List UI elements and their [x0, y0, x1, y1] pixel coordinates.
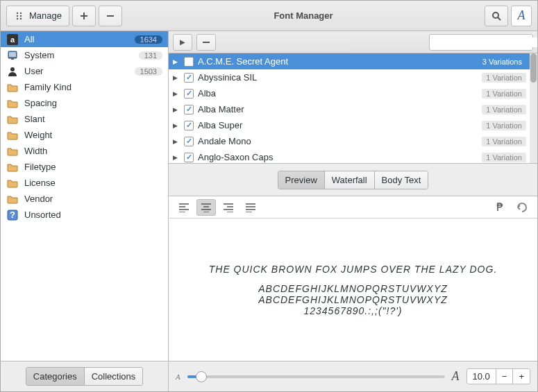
- font-list-scrollbar-thumb[interactable]: [530, 53, 537, 83]
- font-checkbox[interactable]: ✓: [184, 121, 194, 130]
- size-value[interactable]: 10.0: [467, 369, 496, 384]
- category-row-width[interactable]: Width: [1, 143, 168, 159]
- category-row-filetype[interactable]: Filetype: [1, 159, 168, 175]
- undo-button[interactable]: [512, 199, 532, 216]
- font-variations-badge: 1 Variation: [482, 73, 526, 83]
- expand-triangle[interactable]: ▶: [173, 74, 180, 81]
- folder-icon: [6, 98, 19, 109]
- category-row-system[interactable]: System131: [1, 47, 168, 63]
- tab-bodytext[interactable]: Body Text: [375, 171, 428, 189]
- font-variations-badge: 3 Variations: [478, 57, 526, 67]
- preview-lowercase: ABCDEFGHIJKLMNOPQRSTUVWXYZ: [258, 294, 448, 305]
- font-search-input[interactable]: [437, 37, 538, 47]
- expand-triangle[interactable]: ▶: [173, 58, 180, 65]
- font-checkbox[interactable]: ✓: [184, 105, 194, 114]
- tab-collections[interactable]: Collections: [85, 368, 143, 385]
- font-a-icon: A: [518, 8, 526, 23]
- help-icon: ?: [6, 210, 19, 221]
- search-toggle-button[interactable]: [485, 6, 508, 26]
- handle-icon: [14, 10, 25, 22]
- font-row[interactable]: ▶✓Abyssinica SIL1 Variation: [169, 69, 537, 85]
- font-checkbox[interactable]: ✓: [184, 73, 194, 83]
- manage-button[interactable]: Manage: [6, 6, 69, 26]
- category-row-unsorted[interactable]: ?Unsorted: [1, 207, 168, 223]
- font-checkbox[interactable]: ✓: [184, 89, 194, 99]
- font-name: A.C.M.E. Secret Agent: [198, 56, 288, 67]
- preview-toolbar: ₱: [169, 196, 537, 219]
- tab-preview[interactable]: Preview: [278, 171, 325, 189]
- align-center-icon: [201, 203, 212, 212]
- category-row-spacing[interactable]: Spacing: [1, 95, 168, 111]
- expand-triangle[interactable]: ▶: [173, 122, 180, 129]
- size-small-label: A: [176, 373, 180, 381]
- align-right-icon: [223, 203, 234, 212]
- font-row[interactable]: ▶✓Anglo-Saxon Caps1 Variation: [169, 149, 537, 163]
- align-center-button[interactable]: [196, 199, 216, 216]
- expand-triangle[interactable]: ▶: [173, 154, 180, 161]
- expand-button[interactable]: ▶: [173, 34, 192, 51]
- category-row-family-kind[interactable]: Family Kind: [1, 79, 168, 95]
- category-label: Spacing: [24, 98, 57, 108]
- tab-waterfall[interactable]: Waterfall: [325, 171, 375, 189]
- font-variations-badge: 1 Variation: [482, 137, 526, 146]
- expand-triangle[interactable]: ▶: [173, 138, 180, 145]
- svg-point-4: [20, 15, 22, 16]
- chevron-right-icon: ▶: [180, 38, 185, 46]
- svg-point-2: [17, 17, 18, 19]
- category-row-all[interactable]: aAll1634: [1, 31, 168, 47]
- font-row[interactable]: ▶✓Alba Matter1 Variation: [169, 101, 537, 117]
- pilcrow-icon: ₱: [496, 201, 503, 214]
- svg-point-1: [17, 15, 18, 16]
- font-checkbox[interactable]: ✓: [184, 57, 194, 67]
- expand-triangle[interactable]: ▶: [173, 106, 180, 113]
- font-icon-button[interactable]: A: [511, 6, 532, 26]
- category-row-user[interactable]: User1503: [1, 63, 168, 79]
- category-label: Filetype: [24, 162, 56, 172]
- font-list-toolbar: ▶: [169, 31, 537, 53]
- tab-categories[interactable]: Categories: [26, 368, 85, 385]
- folder-icon: [6, 194, 19, 205]
- direction-button[interactable]: ₱: [490, 199, 510, 216]
- font-checkbox[interactable]: ✓: [184, 153, 194, 162]
- font-name: Alba: [198, 88, 216, 99]
- size-footer: A A 10.0 − +: [169, 361, 537, 391]
- font-row[interactable]: ▶✓Andale Mono1 Variation: [169, 133, 537, 149]
- category-list[interactable]: aAll1634System131User1503Family KindSpac…: [1, 31, 168, 361]
- size-increase[interactable]: +: [512, 369, 530, 384]
- font-variations-badge: 1 Variation: [482, 89, 526, 99]
- align-justify-button[interactable]: [241, 199, 260, 216]
- add-button[interactable]: [72, 6, 96, 26]
- font-search-field[interactable]: [429, 34, 533, 51]
- svg-point-0: [17, 12, 18, 13]
- category-row-weight[interactable]: Weight: [1, 127, 168, 143]
- font-name: Alba Matter: [198, 104, 244, 114]
- size-slider[interactable]: [187, 375, 445, 378]
- undo-icon: [516, 203, 528, 212]
- category-label: User: [24, 66, 43, 76]
- preview-uppercase: ABCDEFGHIJKLMNOPQRSTUVWXYZ: [258, 283, 448, 294]
- font-row[interactable]: ▶✓Alba Super1 Variation: [169, 117, 537, 133]
- category-row-vendor[interactable]: Vendor: [1, 191, 168, 207]
- font-checkbox[interactable]: ✓: [184, 137, 194, 146]
- search-icon: [491, 10, 502, 22]
- category-row-license[interactable]: License: [1, 175, 168, 191]
- font-name: Alba Super: [198, 120, 242, 130]
- font-row[interactable]: ▶✓Alba1 Variation: [169, 85, 537, 101]
- remove-button[interactable]: [99, 6, 122, 26]
- category-row-slant[interactable]: Slant: [1, 111, 168, 127]
- expand-triangle[interactable]: ▶: [173, 90, 180, 97]
- align-right-button[interactable]: [219, 199, 238, 216]
- size-slider-thumb[interactable]: [196, 371, 207, 382]
- font-row[interactable]: ▶✓A.C.M.E. Secret Agent3 Variations: [169, 53, 537, 69]
- sidebar-tab-switcher[interactable]: Categories Collections: [26, 367, 143, 386]
- category-label: Width: [24, 146, 47, 156]
- font-list[interactable]: ▶✓A.C.M.E. Secret Agent3 Variations▶✓Aby…: [169, 53, 537, 163]
- size-spinbox[interactable]: 10.0 − +: [466, 368, 531, 384]
- align-left-button[interactable]: [174, 199, 194, 216]
- font-name: Anglo-Saxon Caps: [198, 152, 273, 162]
- size-decrease[interactable]: −: [496, 369, 513, 384]
- remove-font-button[interactable]: [196, 34, 216, 51]
- preview-mode-switcher[interactable]: Preview Waterfall Body Text: [278, 171, 429, 189]
- align-justify-icon: [245, 203, 256, 212]
- category-label: Vendor: [24, 194, 53, 204]
